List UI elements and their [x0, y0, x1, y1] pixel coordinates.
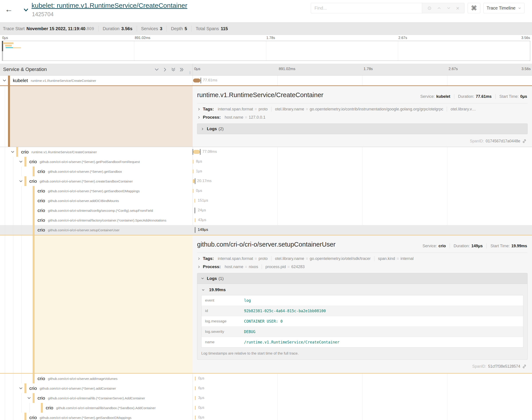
trace-view-selector[interactable]: Trace Timeline [483, 3, 524, 13]
span-duration-label: 149μs [198, 227, 208, 232]
span-bar-lane[interactable]: 151μs [193, 196, 532, 206]
span-bar-lane[interactable]: 0μs [193, 186, 532, 196]
equals-sign: = [306, 107, 308, 112]
process-item: process.pid=624283 [266, 265, 305, 269]
log-field-key: name [202, 337, 241, 347]
span-row[interactable]: criogithub.com/cri-o/cri-o/server.(*Serv… [0, 413, 532, 420]
divider [197, 253, 528, 253]
minimap-canvas[interactable] [2, 41, 530, 61]
collapse-all-icon[interactable] [179, 67, 185, 72]
link-icon[interactable] [522, 139, 527, 143]
indent-guide [13, 393, 13, 403]
operation-name: github.com/cri-o/cri-o/server.(*Server).… [40, 160, 140, 164]
indent-guide [5, 166, 5, 176]
chevron-down-icon[interactable] [18, 179, 23, 184]
span-bar-lane[interactable]: 43μs [193, 215, 532, 225]
span-row[interactable]: criogithub.com/cri-o/cri-o/internal/conf… [0, 206, 532, 215]
span-bar-lane[interactable]: 3μs [193, 393, 532, 403]
span-bar-lane[interactable]: 8μs [193, 157, 532, 166]
find-next-icon[interactable] [446, 6, 451, 10]
chevron-down-icon[interactable] [2, 78, 7, 83]
span-bar-lane[interactable]: 20.17ms [193, 176, 532, 186]
back-arrow-icon[interactable]: ← [5, 5, 13, 13]
span-row[interactable]: criogithub.com/cri-o/cri-o/server.(*Serv… [0, 186, 532, 196]
logs-section-header[interactable]: Logs(2) [197, 123, 528, 134]
span-row-name: criogithub.com/cri-o/cri-o/internal/lib.… [0, 393, 193, 403]
logs-section-header[interactable]: Logs(1) [197, 273, 527, 284]
indent-guide [13, 215, 13, 225]
keyboard-shortcuts-button[interactable]: ⌘ [468, 3, 480, 13]
span-bar-lane[interactable]: 0μs [193, 413, 532, 420]
collapse-trace-header-icon[interactable] [21, 7, 31, 13]
process-row: Process:host.name=nixosprocess.pid=62428… [197, 264, 528, 269]
trace-view-label: Trace Timeline [486, 6, 515, 11]
span-detail: runtime.v1.RuntimeService/CreateContaine… [193, 86, 532, 147]
chevron-right-icon[interactable] [197, 265, 201, 269]
locate-target-icon[interactable] [427, 6, 432, 11]
span-row[interactable]: criogithub.com/cri-o/cri-o/server.(*Serv… [0, 166, 532, 176]
span-row[interactable]: crioruntime.v1.RuntimeService/CreateCont… [0, 147, 532, 157]
span-row[interactable]: criogithub.com/cri-o/cri-o/internal/lib.… [0, 393, 532, 403]
tags-item: otel.library.v… [451, 107, 476, 112]
chevron-down-icon[interactable] [27, 396, 31, 401]
span-row[interactable]: criogithub.com/cri-o/cri-o/server.addOCI… [0, 196, 532, 206]
find-clear-icon[interactable]: × [456, 5, 459, 11]
jaeger-trace-page: ← kubelet: runtime.v1.RuntimeService/Cre… [0, 0, 532, 420]
span-bar-lane[interactable]: 77.61ms [193, 76, 532, 85]
span-color-bar [33, 206, 35, 215]
span-duration-label: 24μs [198, 208, 206, 212]
span-id-label: SpanID: [472, 364, 486, 369]
duration-label: Duration: [454, 244, 470, 248]
span-row[interactable]: criogithub.com/cri-o/cri-o/internal/fact… [0, 215, 532, 225]
expand-all-icon[interactable] [171, 67, 176, 72]
span-bar-lane[interactable]: 0μs [193, 403, 532, 413]
span-row[interactable]: criogithub.com/cri-o/cri-o/server.setupC… [0, 225, 532, 235]
span-row-name: crioruntime.v1.RuntimeService/CreateCont… [0, 147, 193, 157]
span-detail-stats: Service:crioDuration:149μsStart Time:19.… [422, 243, 527, 248]
separator [495, 94, 496, 99]
separator [447, 107, 447, 112]
chevron-down-icon[interactable] [10, 150, 15, 154]
expand-one-icon[interactable] [154, 67, 159, 72]
span-row[interactable]: criogithub.com/cri-o/cri-o/server.(*Serv… [0, 176, 532, 186]
chevron-right-icon[interactable] [197, 107, 201, 111]
chevron-right-icon[interactable] [197, 116, 201, 119]
find-prev-icon[interactable] [437, 6, 441, 10]
span-row[interactable]: criogithub.com/cri-o/cri-o/server.(*Serv… [0, 383, 532, 393]
service-name: kubelet [13, 78, 28, 83]
span-row[interactable]: criogithub.com/cri-o/cri-o/server.(*Serv… [0, 157, 532, 166]
span-bar-lane[interactable]: 1μs [193, 166, 532, 176]
tags-label: Tags: [203, 256, 214, 261]
service-name: crio [29, 386, 37, 391]
span-row-labels: crioruntime.v1.RuntimeService/CreateCont… [21, 147, 193, 157]
chevron-down-icon[interactable] [18, 386, 23, 391]
collapse-one-icon[interactable] [162, 67, 168, 72]
ruler-tick: 0μs [194, 67, 200, 71]
span-bar-lane[interactable]: 77.08ms [193, 147, 532, 157]
detail-panel-indent [0, 236, 193, 373]
find-input[interactable] [311, 3, 422, 13]
link-icon[interactable] [522, 364, 527, 369]
span-row[interactable]: criogithub.com/cri-o/cri-o/internal/lib/… [0, 403, 532, 413]
process-item: host.name=nixos [225, 265, 258, 269]
column-divider[interactable] [193, 64, 193, 75]
span-row[interactable]: kubeletruntime.v1.RuntimeService/CreateC… [0, 76, 532, 85]
span-bar-lane[interactable]: 6μs [193, 383, 532, 393]
span-row-name: criogithub.com/cri-o/cri-o/internal/lib/… [0, 403, 193, 413]
depth-label: Depth [171, 26, 183, 31]
span-bar-lane[interactable]: 0μs [193, 374, 532, 383]
minimap-span-bar [13, 47, 21, 48]
span-bar-lane[interactable]: 24μs [193, 206, 532, 215]
equals-sign: = [245, 265, 247, 269]
indent-guide [13, 196, 13, 206]
span-row[interactable]: criogithub.com/cri-o/cri-o/server.addIma… [0, 374, 532, 383]
span-bar-lane[interactable]: 149μs [193, 225, 532, 235]
log-entry-header[interactable]: 19.99ms [201, 287, 523, 292]
chevron-right-icon[interactable] [197, 257, 201, 261]
span-detail-panel: runtime.v1.RuntimeService/CreateContaine… [0, 85, 532, 147]
chevron-down-icon[interactable] [18, 159, 23, 164]
trace-title-link[interactable]: kubelet: runtime.v1.RuntimeService/Creat… [31, 2, 187, 9]
service-name: crio [29, 179, 37, 184]
tags-row: Tags:internal.span.format=protootel.libr… [197, 107, 528, 112]
column-resizer-grip[interactable]: || [189, 71, 191, 74]
